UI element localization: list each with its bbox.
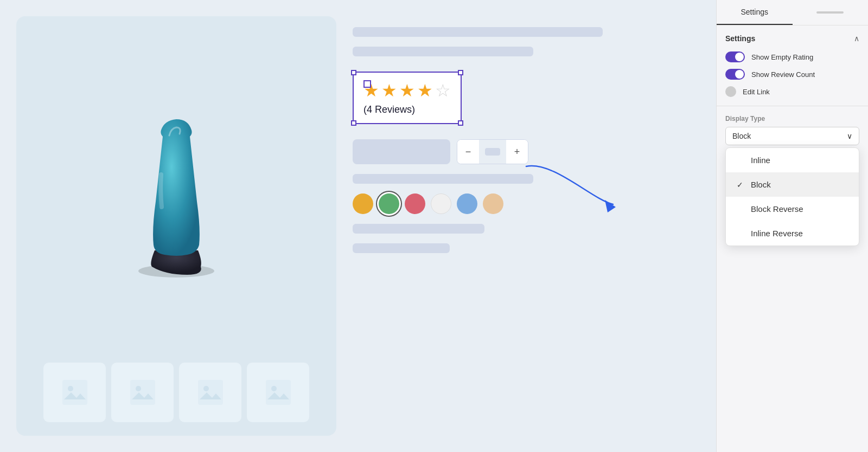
dropdown-label-block: Block	[751, 180, 771, 189]
qty-value-display	[479, 140, 506, 164]
swatch-peach[interactable]	[483, 193, 503, 214]
svg-point-5	[136, 386, 141, 391]
dropdown-label-block-reverse: Block Reverse	[751, 204, 803, 214]
swatch-white[interactable]	[431, 193, 451, 214]
show-review-count-toggle[interactable]	[725, 69, 745, 80]
dropdown-item-inline-reverse[interactable]: Inline Reverse	[726, 221, 859, 246]
svg-point-9	[271, 386, 277, 391]
swatch-green[interactable]	[379, 193, 399, 214]
skeleton-line-5	[353, 243, 450, 253]
product-panel	[16, 16, 336, 436]
resize-handle-tl[interactable]	[351, 70, 356, 75]
resize-handle-br[interactable]	[458, 120, 463, 126]
settings-panel: Settings Settings ∧ Show Empty Rating Sh…	[716, 0, 868, 452]
qty-plus-button[interactable]: +	[506, 140, 528, 164]
color-swatch-row	[353, 193, 700, 214]
svg-point-3	[68, 386, 73, 391]
thumbnail-1[interactable]	[43, 363, 106, 422]
dropdown-label-inline: Inline	[751, 156, 770, 165]
show-empty-rating-label: Show Empty Rating	[751, 53, 813, 61]
skeleton-title	[353, 27, 603, 37]
chevron-down-icon: ∨	[847, 132, 852, 140]
thumbnail-3[interactable]	[179, 363, 241, 422]
show-empty-rating-toggle[interactable]	[725, 51, 745, 62]
button-label-skeleton	[372, 148, 431, 156]
tab-dash	[816, 11, 844, 14]
product-main-image	[27, 27, 326, 354]
dropdown-item-block[interactable]: ✓ Block	[726, 172, 859, 197]
dropdown-item-block-reverse[interactable]: Block Reverse	[726, 197, 859, 221]
quantity-row: − +	[353, 139, 700, 164]
panel-tabs: Settings	[717, 0, 868, 25]
skeleton-subtitle	[353, 47, 533, 56]
resize-handle-tr[interactable]	[458, 70, 463, 75]
dropdown-item-inline[interactable]: Inline	[726, 148, 859, 172]
tab-filler	[793, 0, 869, 25]
edit-link-toggle[interactable]	[725, 86, 736, 97]
tab-settings[interactable]: Settings	[717, 0, 793, 25]
show-review-count-row: Show Review Count	[725, 69, 859, 80]
edit-link-row: Edit Link	[725, 86, 859, 97]
product-details: ★ ★ ★ ★ ☆ (4 Reviews) −	[353, 16, 700, 436]
thumb-placeholder-icon-1	[61, 379, 88, 406]
thumb-placeholder-icon-4	[265, 379, 292, 406]
resize-handle-bl[interactable]	[351, 120, 356, 126]
section-title: Settings	[725, 34, 755, 43]
display-type-dropdown: Inline ✓ Block Block Reverse Inline Reve…	[725, 147, 859, 246]
svg-rect-6	[198, 380, 223, 405]
swatch-red[interactable]	[405, 193, 425, 214]
qty-minus-button[interactable]: −	[457, 140, 479, 164]
thumbnail-2[interactable]	[111, 363, 174, 422]
select-value: Block	[732, 132, 751, 140]
star-4: ★	[417, 80, 433, 101]
dropdown-label-inline-reverse: Inline Reverse	[751, 229, 803, 238]
svg-rect-4	[130, 380, 155, 405]
qty-value-skeleton	[485, 148, 500, 156]
star-5: ☆	[435, 80, 451, 101]
settings-section: Settings ∧ Show Empty Rating Show Review…	[717, 25, 868, 106]
chevron-up-icon[interactable]: ∧	[854, 34, 859, 43]
thumb-placeholder-icon-2	[129, 379, 156, 406]
thumbnail-4[interactable]	[247, 363, 309, 422]
star-3: ★	[399, 80, 415, 101]
add-to-cart-placeholder[interactable]	[353, 139, 450, 164]
section-header: Settings ∧	[725, 34, 859, 43]
skeleton-line-4	[353, 224, 484, 234]
swatch-blue[interactable]	[457, 193, 477, 214]
display-type-select[interactable]: Block ∨	[725, 127, 859, 145]
svg-point-7	[203, 386, 209, 391]
main-canvas: ★ ★ ★ ★ ☆ (4 Reviews) −	[0, 0, 716, 452]
svg-rect-2	[62, 380, 87, 405]
toggle-knob-2	[735, 70, 744, 79]
thumbnails-row	[27, 354, 326, 425]
thumb-placeholder-icon-3	[197, 379, 224, 406]
svg-rect-8	[266, 380, 291, 405]
rating-block[interactable]: ★ ★ ★ ★ ☆ (4 Reviews)	[353, 72, 462, 124]
product-vase-image	[117, 104, 236, 277]
display-type-label: Display Type	[725, 115, 859, 122]
check-block: ✓	[737, 180, 745, 189]
display-type-section: Display Type Block ∨ Inline ✓ Block Bloc…	[717, 106, 868, 255]
show-empty-rating-row: Show Empty Rating	[725, 51, 859, 62]
star-2: ★	[381, 80, 397, 101]
star-rating: ★ ★ ★ ★ ☆	[363, 80, 451, 101]
star-1: ★	[363, 80, 379, 101]
toggle-knob	[735, 53, 744, 61]
quantity-control: − +	[457, 139, 528, 164]
edit-link-label: Edit Link	[743, 88, 770, 96]
swatch-yellow[interactable]	[353, 193, 373, 214]
skeleton-line-3	[353, 174, 533, 184]
review-count-label: (4 Reviews)	[363, 104, 451, 115]
show-review-count-label: Show Review Count	[751, 70, 815, 79]
